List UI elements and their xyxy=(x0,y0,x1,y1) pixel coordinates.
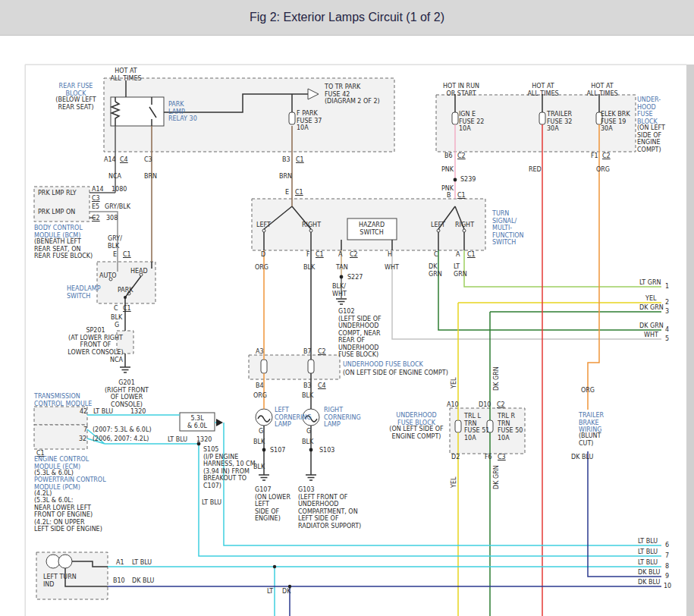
wire-brn-1: BRN xyxy=(144,173,157,181)
interconnect-10: 10 xyxy=(664,583,671,590)
ufb-mid-loc: (ON LEFT SIDE OF ENGINE COMPT) xyxy=(343,369,448,377)
wire-org-1: ORG xyxy=(596,166,610,174)
wire-ltblu-r6: LT BLU xyxy=(638,538,658,545)
wire-dkgrn-r3: DK GRN xyxy=(639,304,664,312)
headlamp-switch-name: HEADLAMP SWITCH xyxy=(67,285,101,300)
engine-variant-box: 5.3L & 6.0L xyxy=(187,415,207,429)
s107-name: S107 xyxy=(270,447,285,454)
right-cornering-lamp-name: RIGHT CORNERING LAMP xyxy=(324,407,361,429)
conn-c1-hls-out: C1 xyxy=(123,305,131,313)
conn-c1-fuse: C1 xyxy=(296,156,304,164)
elek-brk-fuse-name: ELEK BRK FUSE 19 30A xyxy=(601,111,630,133)
wire-blk-rcl: BLK xyxy=(302,438,313,446)
pin-g-rcl: G xyxy=(306,428,311,435)
wire-dk-partial: DK xyxy=(282,588,290,596)
pcm-name: POWERTRAIN CONTROL MODULE (PCM) xyxy=(34,476,106,491)
pin-d2: D2 xyxy=(451,454,460,461)
conn-c3-trl: C3 xyxy=(498,454,506,461)
pin-b6: B6 xyxy=(444,152,453,160)
wire-dkgrn-ts: DK GRN xyxy=(429,263,442,278)
wire-gryblk-2: GRY/ BLK xyxy=(108,235,122,250)
diagram-labels: HOT AT ALL TIMESREAR FUSE BLOCK(BELOW LE… xyxy=(0,0,694,616)
interconnect-2: 2 xyxy=(665,299,669,306)
pin-c-hls: C xyxy=(114,305,118,313)
pin-f1: F1 xyxy=(591,152,598,160)
conn-c1-hls: C1 xyxy=(123,251,131,259)
ts-left-2: LEFT xyxy=(431,222,445,229)
wire-lt-partial: LT xyxy=(267,588,273,596)
rear-fuse-block-name: REAR FUSE BLOCK xyxy=(59,83,93,97)
ecm-loc: (5.3L & 6.0L: NEAR LOWER LEFT FRONT OF E… xyxy=(34,497,102,533)
interconnect-9: 9 xyxy=(665,573,669,580)
interconnect-1: 1 xyxy=(665,283,669,291)
interconnect-7: 7 xyxy=(665,552,669,560)
wire-blk-ts: BLK xyxy=(303,264,315,272)
wire-ltblu-a1: LT BLU xyxy=(132,559,152,567)
pin-d10: D10 xyxy=(479,401,491,409)
pin-a-haz: A xyxy=(338,251,342,259)
pin-42-tcm: 42 xyxy=(80,408,87,416)
hazard-switch-label: HAZARD SWITCH xyxy=(359,222,385,236)
ecm-name: ENGINE CONTROL MODULE (ECM) xyxy=(34,456,89,470)
hls-auto: AUTO xyxy=(99,272,117,280)
conn-c2-elek: C2 xyxy=(602,152,611,160)
pin-b3-fuse: B3 xyxy=(282,156,290,164)
pin-g-lcl: G xyxy=(259,428,263,435)
wire-dkblu-tbw: DK BLU xyxy=(571,454,593,461)
pin-b-tsb: B xyxy=(447,192,451,200)
wire-blk-lcl: BLK xyxy=(253,438,265,446)
conn-c2-haz: C2 xyxy=(350,251,358,259)
wire-blk-lamp: BLK xyxy=(302,392,313,400)
circuit-308: 308 xyxy=(106,215,118,222)
hls-park: PARK xyxy=(118,287,133,294)
hot-at-all-times-3: HOT AT ALL TIMES xyxy=(586,83,617,97)
wire-org-lamp: ORG xyxy=(253,392,267,400)
wire-nca-2: NCA xyxy=(110,357,123,364)
wire-dkgrn-r4: DK GRN xyxy=(639,322,664,330)
trailer-brake-wiring-note: (BLUNT CUT) xyxy=(579,432,601,447)
conn-c4: C4 xyxy=(120,156,128,164)
wire-ltblu-r8: LT BLU xyxy=(638,559,658,567)
hot-in-run: HOT IN RUN OR START xyxy=(443,83,479,97)
conn-c1-ts-left: C1 xyxy=(295,189,303,196)
conn-c2-ufb: C2 xyxy=(318,348,326,356)
interconnect-5: 5 xyxy=(665,335,669,343)
pin-e-hls: E xyxy=(113,251,117,259)
s105-name: S105 (I/P ENGINE HARNESS, 10 CM (3.94 IN… xyxy=(203,446,256,489)
wire-dkblu-r9: DK BLU xyxy=(638,569,660,577)
conn-c2-trl: C2 xyxy=(497,401,505,409)
pin-a-tsb: A xyxy=(456,251,460,259)
pin-e-ts: E xyxy=(285,189,289,196)
wire-dkgrn-v2: DK GRN xyxy=(493,465,501,489)
wiring-diagram-page: Fig 2: Exterior Lamps Circuit (1 of 2) xyxy=(0,0,694,616)
g102-name: G102 (LEFT SIDE OF UNDERHOOD COMPT, NEAR… xyxy=(338,308,382,359)
bcm-loc: (BENEATH LEFT REAR SEAT, ON REAR FUSE BL… xyxy=(34,238,93,260)
sp201-name: SP201 (AT LOWER RIGHT FRONT OF LOWER CON… xyxy=(68,327,123,356)
wire-tan-ts: TAN xyxy=(336,264,348,272)
left-cornering-lamp-name: LEFT CORNERING LAMP xyxy=(275,407,312,429)
wire-gryblk-1: GRY/BLK xyxy=(105,203,130,211)
ign-e-fuse-name: IGN E FUSE 22 10A xyxy=(459,111,484,133)
s103-name: S103 xyxy=(319,447,334,454)
ts-left-1: LEFT xyxy=(256,222,271,229)
hls-head: HEAD xyxy=(130,268,148,275)
bcm-name: BODY CONTROL MODULE (BCM) xyxy=(34,225,83,239)
ufb2-loc: (ON LEFT SIDE OF ENGINE COMPT) xyxy=(389,426,443,440)
pin-a10: A10 xyxy=(447,401,459,409)
wire-dkgrn-v1: DK GRN xyxy=(493,366,501,391)
pin-32-ecm: 32 xyxy=(79,435,86,443)
pin-a1: A1 xyxy=(116,559,124,567)
hot-at-all-times-left: HOT AT ALL TIMES xyxy=(110,68,141,82)
wire-ltblu-ecm: LT BLU xyxy=(168,436,187,444)
rear-fuse-block-loc: (BELOW LEFT REAR SEAT) xyxy=(55,96,96,111)
pin-f-ts: F xyxy=(306,251,310,259)
note-2006: (2006, 2007: 4.2L) xyxy=(93,435,149,443)
g107-name: G107 (ON LOWER LEFT SIDE OF ENGINE) xyxy=(255,486,290,523)
g201-name: G201 (RIGHT FRONT OF LOWER CONSOLE) xyxy=(105,379,149,408)
wire-blk-g107: BLK xyxy=(253,464,265,471)
note-2007: (2007: 5.3L & 6.0L) xyxy=(93,426,152,434)
wire-yel-r2: YEL xyxy=(645,295,656,303)
conn-c1-tsb: C1 xyxy=(467,251,476,259)
conn-c2-igne: C2 xyxy=(457,152,466,160)
pin-c-tsb: C xyxy=(434,251,438,259)
